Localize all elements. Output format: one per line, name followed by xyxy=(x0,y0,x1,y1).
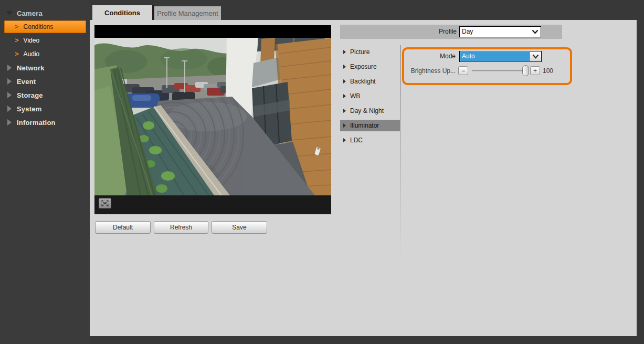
camera-live-view xyxy=(94,38,331,195)
submenu-item-wb[interactable]: WB xyxy=(340,90,400,102)
submenu-label: LDC xyxy=(350,137,363,144)
triangle-right-icon xyxy=(343,79,346,84)
triangle-down-icon xyxy=(6,11,13,15)
triangle-right-icon xyxy=(7,119,12,126)
sidebar-group-system[interactable]: System xyxy=(0,102,90,116)
submenu-item-day-night[interactable]: Day & Night xyxy=(340,105,400,117)
brightness-value: 100 xyxy=(543,67,553,75)
triangle-right-icon xyxy=(7,78,12,85)
brightness-slider-track[interactable] xyxy=(472,70,526,71)
sidebar-item-label: Audio xyxy=(24,50,40,58)
sidebar-item-conditions[interactable]: > Conditions xyxy=(4,20,86,33)
chevron-down-icon xyxy=(530,28,540,36)
sidebar-group-camera[interactable]: Camera xyxy=(0,6,90,20)
submenu-label: Illuminator xyxy=(350,122,379,129)
brightness-slider-handle[interactable] xyxy=(522,65,529,76)
fullscreen-icon xyxy=(101,200,109,206)
sidebar-group-information[interactable]: Information xyxy=(0,116,90,129)
sidebar-item-label: Conditions xyxy=(24,23,54,30)
brightness-minus-button[interactable]: − xyxy=(458,66,468,75)
profile-bar: Profile Day xyxy=(340,25,562,39)
submenu-label: Picture xyxy=(350,48,369,56)
sidebar-group-label: Event xyxy=(17,78,36,86)
sidebar-group-event[interactable]: Event xyxy=(0,75,90,88)
sidebar: Camera > Conditions > Video > Audio Netw… xyxy=(0,0,90,344)
chevron-right-icon: > xyxy=(15,50,19,58)
panel-divider xyxy=(400,45,401,259)
profile-select[interactable]: Day xyxy=(459,26,541,37)
mode-select-value: Auto xyxy=(460,52,530,61)
submenu-item-backlight[interactable]: Backlight xyxy=(340,76,400,87)
submenu-label: WB xyxy=(350,92,360,100)
video-preview-container xyxy=(94,25,331,214)
sidebar-group-label: Network xyxy=(17,64,45,72)
triangle-right-icon xyxy=(343,65,346,69)
submenu-label: Backlight xyxy=(350,78,376,85)
submenu-item-illuminator[interactable]: Illuminator xyxy=(340,120,400,131)
sidebar-group-label: Camera xyxy=(17,9,43,17)
video-toolbar xyxy=(94,195,331,214)
submenu-item-picture[interactable]: Picture xyxy=(340,46,400,58)
triangle-right-icon xyxy=(343,138,346,142)
triangle-right-icon xyxy=(343,123,346,128)
sidebar-item-video[interactable]: > Video xyxy=(0,34,90,47)
triangle-right-icon xyxy=(7,92,12,98)
triangle-right-icon xyxy=(343,94,346,98)
profile-label: Profile xyxy=(340,25,457,39)
sidebar-group-network[interactable]: Network xyxy=(0,61,90,75)
submenu-label: Day & Night xyxy=(350,107,384,114)
submenu-item-ldc[interactable]: LDC xyxy=(340,134,400,146)
fullscreen-button[interactable] xyxy=(99,198,111,209)
refresh-button[interactable]: Refresh xyxy=(154,221,208,234)
sidebar-group-label: System xyxy=(17,105,41,113)
submenu-label: Exposure xyxy=(350,63,377,70)
default-button[interactable]: Default xyxy=(95,221,151,234)
triangle-right-icon xyxy=(7,65,12,71)
save-button[interactable]: Save xyxy=(212,221,267,234)
sidebar-item-audio[interactable]: > Audio xyxy=(0,47,90,61)
chevron-right-icon: > xyxy=(15,36,19,44)
sidebar-item-label: Video xyxy=(24,37,39,44)
profile-select-value: Day xyxy=(462,27,528,37)
triangle-right-icon xyxy=(343,109,346,113)
tab-profile-management[interactable]: Profile Management xyxy=(154,6,221,20)
triangle-right-icon xyxy=(343,50,346,54)
sidebar-group-label: Storage xyxy=(17,91,43,99)
chevron-down-icon xyxy=(530,52,541,61)
tab-conditions[interactable]: Conditions xyxy=(92,5,152,20)
mode-label: Mode xyxy=(405,51,456,62)
chevron-right-icon: > xyxy=(15,23,19,30)
brightness-plus-button[interactable]: + xyxy=(530,66,540,75)
sidebar-group-label: Information xyxy=(17,119,56,127)
brightness-label: Brightness Up... xyxy=(389,67,456,76)
triangle-right-icon xyxy=(7,106,12,112)
sidebar-group-storage[interactable]: Storage xyxy=(0,88,90,102)
mode-select[interactable]: Auto xyxy=(459,51,542,62)
